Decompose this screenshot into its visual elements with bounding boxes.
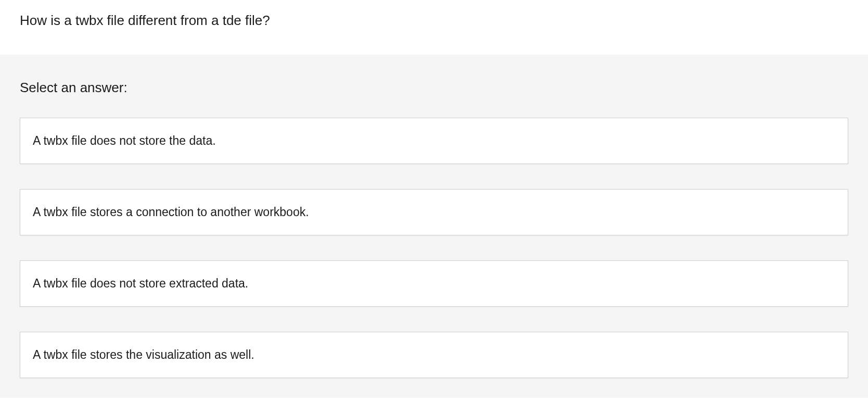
answer-option-label: A twbx file stores the visualization as …: [33, 348, 254, 361]
answer-option-3[interactable]: A twbx file stores the visualization as …: [20, 332, 848, 378]
answer-option-label: A twbx file does not store the data.: [33, 134, 216, 147]
answer-option-0[interactable]: A twbx file does not store the data.: [20, 118, 848, 164]
answers-prompt: Select an answer:: [20, 80, 848, 96]
answer-option-1[interactable]: A twbx file stores a connection to anoth…: [20, 189, 848, 235]
answers-section: Select an answer: A twbx file does not s…: [0, 55, 868, 398]
question-text: How is a twbx file different from a tde …: [20, 12, 848, 29]
answer-option-label: A twbx file does not store extracted dat…: [33, 277, 248, 290]
answer-option-2[interactable]: A twbx file does not store extracted dat…: [20, 260, 848, 307]
question-section: How is a twbx file different from a tde …: [0, 0, 868, 55]
answer-option-label: A twbx file stores a connection to anoth…: [33, 205, 309, 219]
